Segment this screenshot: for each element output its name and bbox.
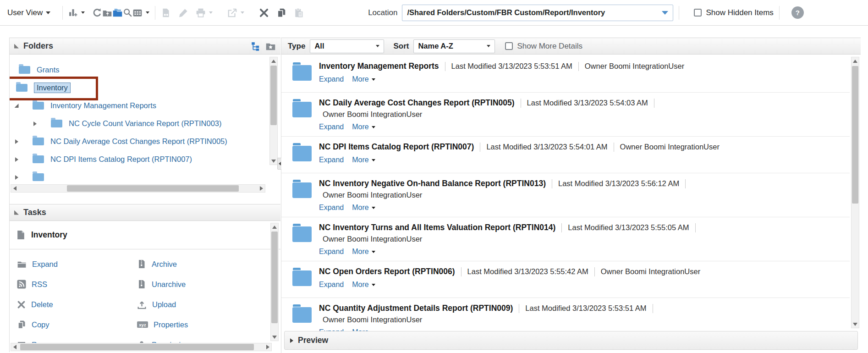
task-rss[interactable]: RSS	[17, 280, 137, 289]
collapse-panel-icon[interactable]	[14, 210, 19, 215]
scroll-up-button[interactable]	[271, 223, 278, 231]
tree-item-nc-cycle-count[interactable]: NC Cycle Count Variance Report (RPTIN003…	[10, 115, 280, 132]
list-item[interactable]: NC Daily Average Cost Changes Report (RP…	[281, 93, 850, 137]
scroll-left-button[interactable]	[11, 343, 18, 351]
expand-link[interactable]: Expand	[319, 123, 344, 131]
task-link[interactable]: Delete	[31, 300, 53, 309]
task-copy[interactable]: Copy	[17, 320, 137, 329]
task-link[interactable]: Upload	[152, 300, 176, 309]
list-item[interactable]: Inventory Management Reports Last Modifi…	[281, 56, 850, 93]
item-name[interactable]: NC Open Orders Report (RPTIN006)	[319, 267, 455, 276]
scroll-up-button[interactable]	[270, 57, 277, 65]
tree-view-toggle-icon[interactable]	[251, 41, 261, 51]
expand-link[interactable]: Expand	[319, 75, 344, 83]
tree-item-nc-daily-average[interactable]: NC Daily Average Cost Changes Report (RP…	[10, 132, 280, 150]
expand-link[interactable]: Expand	[319, 248, 344, 256]
scrollbar-thumb[interactable]	[271, 232, 278, 323]
tree-node-collapsed-icon[interactable]	[32, 121, 38, 126]
show-hidden-items-checkbox[interactable]	[694, 9, 702, 17]
search-button[interactable]	[123, 8, 132, 17]
scroll-right-button[interactable]	[264, 343, 271, 351]
item-name[interactable]: NC Inventory Negative On-hand Balance Re…	[319, 179, 546, 188]
scrollbar-thumb[interactable]	[67, 185, 239, 192]
more-menu[interactable]: More	[352, 248, 368, 256]
item-name[interactable]: Inventory Management Reports	[319, 61, 439, 71]
up-one-level-button[interactable]	[102, 8, 112, 18]
copy-button[interactable]	[276, 8, 286, 18]
new-object-menu[interactable]	[68, 8, 85, 17]
show-more-details-toggle[interactable]: Show More Details	[505, 42, 582, 51]
list-item[interactable]: NC DPI Items Catalog Report (RPTIN007) L…	[281, 137, 850, 173]
item-name[interactable]: NC Inventory Turns and All Items Valuati…	[319, 223, 555, 232]
more-menu[interactable]: More	[352, 75, 368, 83]
preview-panel-header[interactable]: Preview	[284, 331, 858, 350]
tree-item-label[interactable]: NC DPI Items Catalog Report (RPTIN007)	[50, 155, 192, 164]
task-archive[interactable]: Archive	[137, 259, 257, 269]
list-item[interactable]: NC Quantity Adjustment Details Report (R…	[281, 298, 850, 331]
folders-tree-horizontal-scrollbar[interactable]	[11, 184, 265, 193]
task-upload[interactable]: Upload	[137, 300, 257, 309]
more-menu[interactable]: More	[352, 156, 368, 164]
task-expand[interactable]: Expand	[17, 259, 137, 269]
tree-node-collapsed-icon[interactable]	[13, 139, 20, 144]
task-delete[interactable]: Delete	[17, 300, 137, 309]
scroll-up-button[interactable]	[852, 57, 859, 65]
tree-item-label[interactable]: NC Daily Average Cost Changes Report (RP…	[50, 137, 227, 146]
folder-star-icon[interactable]	[265, 41, 276, 51]
user-view-menu[interactable]: User View	[7, 8, 50, 17]
expand-link[interactable]: Expand	[319, 156, 344, 164]
more-menu[interactable]: More	[352, 123, 368, 131]
list-item[interactable]: NC Inventory Turns and All Items Valuati…	[281, 217, 850, 261]
task-link[interactable]: Copy	[32, 320, 49, 329]
task-link[interactable]: Unarchive	[152, 280, 186, 289]
tree-node-collapsed-icon[interactable]	[13, 157, 20, 162]
help-icon[interactable]: ?	[791, 6, 804, 19]
more-menu[interactable]: More	[352, 204, 368, 212]
scrollbar-thumb[interactable]	[20, 344, 254, 350]
tasks-vertical-scrollbar[interactable]	[270, 223, 279, 341]
list-item[interactable]: NC Inventory Negative On-hand Balance Re…	[281, 173, 850, 217]
content-vertical-scrollbar[interactable]	[851, 57, 859, 328]
tree-item-partially-visible[interactable]	[10, 168, 280, 182]
task-properties[interactable]: xyz Properties	[137, 320, 257, 329]
item-name[interactable]: NC Quantity Adjustment Details Report (R…	[319, 303, 513, 313]
scroll-left-button[interactable]	[11, 185, 18, 192]
task-link[interactable]: Archive	[152, 260, 177, 269]
expand-link[interactable]: Expand	[319, 204, 344, 212]
type-dropdown[interactable]: All	[310, 39, 384, 53]
list-item[interactable]: NC Open Orders Report (RPTIN006) Last Mo…	[281, 261, 850, 298]
scroll-down-button[interactable]	[271, 333, 278, 341]
task-link[interactable]: RSS	[32, 280, 47, 289]
refresh-button[interactable]	[92, 8, 102, 18]
tree-node-expanded-icon[interactable]	[13, 104, 20, 108]
task-link[interactable]: Properties	[154, 320, 188, 329]
scroll-down-button[interactable]	[270, 157, 277, 165]
tree-item-label[interactable]: NC Cycle Count Variance Report (RPTIN003…	[69, 119, 221, 128]
tasks-horizontal-scrollbar[interactable]	[11, 343, 272, 351]
item-name[interactable]: NC Daily Average Cost Changes Report (RP…	[319, 98, 515, 108]
task-unarchive[interactable]: Unarchive	[137, 279, 257, 289]
item-name[interactable]: NC DPI Items Catalog Report (RPTIN007)	[319, 142, 474, 152]
new-folder-button[interactable]	[112, 7, 123, 18]
tree-item-nc-dpi-items[interactable]: NC DPI Items Catalog Report (RPTIN007)	[10, 150, 280, 168]
show-more-details-checkbox[interactable]	[505, 42, 513, 50]
scroll-down-button[interactable]	[852, 320, 859, 328]
last-modified-value: 3/13/2023 5:55:42 AM	[514, 267, 588, 276]
tree-item-label[interactable]: Grants	[37, 66, 60, 74]
show-hidden-items-toggle[interactable]: Show Hidden Items	[694, 8, 773, 17]
sort-dropdown[interactable]: Name A-Z	[413, 39, 495, 53]
more-menu[interactable]: More	[352, 281, 368, 289]
expand-link[interactable]: Expand	[319, 281, 344, 289]
list-view-menu[interactable]	[132, 8, 149, 18]
scrollbar-thumb[interactable]	[852, 66, 858, 204]
expand-panel-icon[interactable]	[290, 338, 293, 343]
location-combobox[interactable]: /Shared Folders/Custom/FBR Custom/Report…	[402, 5, 673, 21]
collapse-panel-icon[interactable]	[14, 44, 19, 49]
folders-tree-vertical-scrollbar[interactable]	[269, 57, 278, 165]
task-link[interactable]: Expand	[32, 260, 58, 269]
scroll-right-button[interactable]	[258, 185, 265, 192]
delete-button[interactable]	[259, 8, 269, 18]
scrollbar-thumb[interactable]	[270, 66, 277, 125]
tree-item-label[interactable]: Inventory Management Reports	[50, 101, 156, 110]
tree-node-collapsed-icon[interactable]	[13, 175, 20, 180]
